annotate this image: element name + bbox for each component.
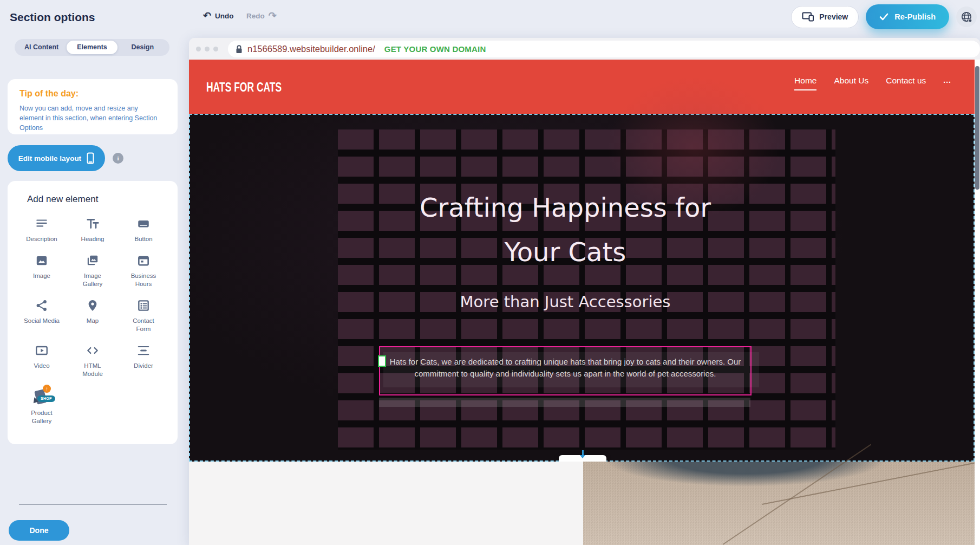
html-module-icon (86, 343, 100, 358)
info-icon[interactable] (113, 153, 123, 164)
redo-icon (269, 10, 277, 22)
globe-icon (961, 11, 972, 23)
element-item-divider[interactable]: Divider (120, 343, 167, 378)
tab-ai-content[interactable]: AI Content (16, 41, 67, 54)
map-icon (86, 299, 100, 313)
lock-icon (236, 44, 243, 54)
done-button[interactable]: Done (9, 520, 69, 541)
element-item-description[interactable]: Description (18, 217, 66, 243)
element-item-map[interactable]: Map (69, 299, 116, 333)
add-element-title: Add new element (8, 194, 178, 205)
nav-more-menu[interactable]: ... (943, 76, 951, 85)
panel-divider (19, 504, 167, 505)
preview-label: Preview (819, 12, 848, 21)
upload-arrow-icon (43, 385, 51, 393)
redo-label: Redo (246, 12, 265, 20)
topbar-actions: Preview Re-Publish (791, 3, 977, 30)
nav-item-about-us[interactable]: About Us (834, 76, 868, 86)
done-label: Done (30, 526, 49, 535)
element-item-contact-form[interactable]: Contact Form (120, 299, 167, 333)
devices-icon (802, 12, 814, 22)
shop-badge: SHOP (37, 395, 55, 402)
element-grid: Description Heading Button Image Image G… (8, 217, 178, 425)
hero-section-selected[interactable]: Crafting Happiness for Your Cats More th… (189, 114, 975, 462)
check-icon (879, 13, 888, 21)
undo-icon (203, 10, 211, 22)
business-hours-icon (136, 254, 151, 268)
page-title: Section options (10, 11, 95, 24)
divider-icon (136, 343, 151, 358)
scrollbar[interactable] (975, 60, 980, 545)
window-dot (196, 47, 201, 51)
element-item-heading[interactable]: Heading (69, 217, 116, 243)
section-options-panel: Section options AI Content Elements Desi… (0, 0, 189, 545)
next-section[interactable] (189, 462, 975, 545)
element-item-button[interactable]: Button (120, 217, 167, 243)
tab-design[interactable]: Design (117, 41, 168, 54)
get-domain-link[interactable]: GET YOUR OWN DOMAIN (384, 44, 486, 54)
undo-button[interactable]: Undo (203, 10, 234, 22)
video-icon (35, 343, 49, 358)
selected-text-element[interactable]: Hats for Cats, we are dedicated to craft… (379, 346, 752, 395)
nav-item-contact-us[interactable]: Contact us (886, 76, 926, 86)
undo-label: Undo (215, 12, 234, 20)
heading-icon (86, 217, 100, 231)
browser-chrome: n1566589.websitebuilder.online/ GET YOUR… (189, 38, 980, 60)
element-drop-ghost (379, 398, 750, 407)
site-nav: Home About Us Contact us ... (794, 76, 951, 90)
floor-photo (583, 462, 975, 545)
panel-tabs: AI Content Elements Design (15, 39, 169, 56)
window-dot (213, 47, 218, 51)
tip-body: Now you can add, move and resize any ele… (19, 103, 158, 133)
edit-mobile-layout-label: Edit mobile layout (18, 154, 81, 163)
site-header[interactable]: HATS FOR CATS Home About Us Contact us .… (189, 60, 975, 114)
site-logo[interactable]: HATS FOR CATS (206, 80, 282, 95)
scrollbar-thumb[interactable] (975, 66, 979, 190)
element-item-product-gallery[interactable]: SHOP Product Gallery (18, 388, 66, 425)
tab-elements[interactable]: Elements (67, 41, 117, 54)
element-item-image-gallery[interactable]: Image Gallery (69, 254, 116, 288)
element-item-video[interactable]: Video (18, 343, 66, 378)
topbar: Undo Redo Preview Re-Publish (189, 0, 980, 34)
edit-mobile-layout-button[interactable]: Edit mobile layout (8, 145, 105, 171)
element-item-image[interactable]: Image (18, 254, 66, 288)
redo-button[interactable]: Redo (246, 10, 277, 22)
add-element-card: Add new element Description Heading Butt… (8, 181, 178, 444)
site-preview-window: n1566589.websitebuilder.online/ GET YOUR… (189, 38, 980, 545)
nav-item-home[interactable]: Home (794, 76, 816, 90)
site-url: n1566589.websitebuilder.online/ (247, 44, 375, 54)
social-media-icon (35, 299, 49, 313)
description-icon (35, 217, 49, 231)
contact-form-icon (136, 299, 151, 313)
publish-settings-button[interactable] (956, 7, 977, 27)
republish-label: Re-Publish (894, 12, 936, 21)
product-gallery-icon: SHOP (32, 388, 51, 405)
site-canvas: HATS FOR CATS Home About Us Contact us .… (189, 60, 975, 545)
button-icon (136, 217, 151, 231)
hero-heading[interactable]: Crafting Happiness for Your Cats (397, 185, 733, 274)
republish-button[interactable]: Re-Publish (866, 4, 949, 29)
image-icon (35, 254, 49, 268)
window-dot (205, 47, 210, 51)
preview-button[interactable]: Preview (791, 6, 859, 28)
tip-title: Tip of the day: (19, 89, 166, 99)
tip-of-the-day-card: Tip of the day: Now you can add, move an… (8, 79, 178, 134)
element-item-business-hours[interactable]: Business Hours (120, 254, 167, 288)
hero-subheading[interactable]: More than Just Accessories (190, 293, 940, 311)
url-bar[interactable]: n1566589.websitebuilder.online/ GET YOUR… (228, 41, 980, 57)
element-item-social-media[interactable]: Social Media (18, 299, 66, 333)
window-controls (196, 47, 218, 51)
phone-icon (87, 152, 94, 164)
tile-seam (762, 460, 975, 505)
hero-paragraph[interactable]: Hats for Cats, we are dedicated to craft… (380, 356, 750, 380)
element-item-html-module[interactable]: HTML Module (69, 343, 116, 378)
image-gallery-icon (86, 254, 100, 268)
